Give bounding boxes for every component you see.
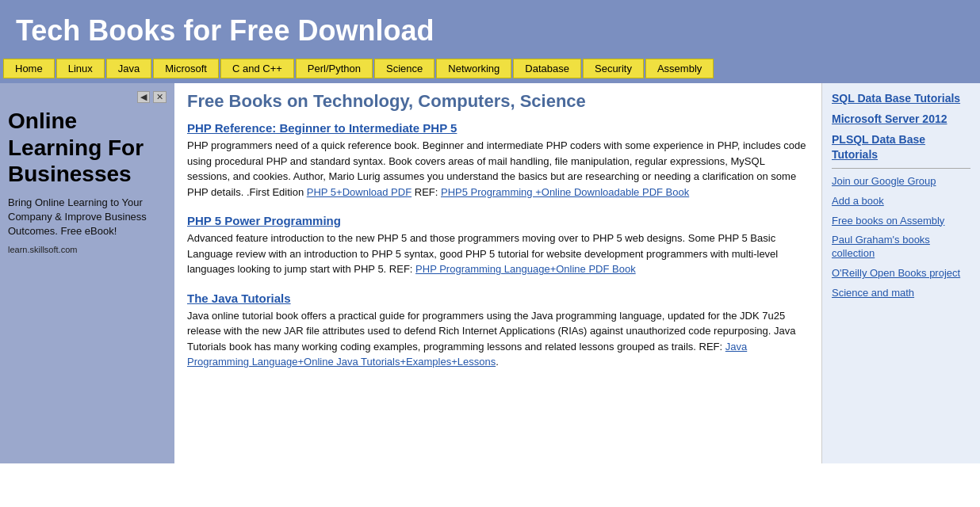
- book-title-link-1[interactable]: PHP 5 Power Programming: [187, 214, 341, 227]
- nav-item-c-and-c--[interactable]: C and C++: [220, 59, 294, 78]
- right-sidebar-bold-link-2[interactable]: PLSQL Data Base Tutorials: [832, 132, 970, 161]
- ad-controls: ◀ ✕: [8, 91, 167, 103]
- navigation: HomeLinuxJavaMicrosoftC and C++Perl/Pyth…: [0, 59, 980, 83]
- book-description-0: PHP programmers need of a quick referenc…: [187, 138, 809, 200]
- book-title-link-2[interactable]: The Java Tutorials: [187, 292, 291, 305]
- nav-item-perl-python[interactable]: Perl/Python: [296, 59, 373, 78]
- content-wrapper: ◀ ✕ Online Learning For Businesses Bring…: [0, 83, 980, 463]
- nav-item-security[interactable]: Security: [583, 59, 644, 78]
- right-sidebar-plain-link-5[interactable]: Science and math: [832, 287, 970, 300]
- nav-item-networking[interactable]: Networking: [436, 59, 511, 78]
- nav-item-java[interactable]: Java: [106, 59, 151, 78]
- nav-item-microsoft[interactable]: Microsoft: [153, 59, 219, 78]
- nav-item-database[interactable]: Database: [513, 59, 581, 78]
- sidebar-divider: [832, 168, 970, 169]
- header: Tech Books for Free Download: [0, 0, 980, 59]
- book-entry-2: The Java TutorialsJava online tutorial b…: [187, 292, 809, 370]
- book-description-2: Java online tutorial book offers a pract…: [187, 308, 809, 370]
- right-sidebar-bold-link-0[interactable]: SQL Data Base Tutorials: [832, 91, 970, 105]
- ad-main-text: Online Learning For Businesses: [8, 108, 167, 188]
- nav-item-home[interactable]: Home: [3, 59, 55, 78]
- right-sidebar-plain-link-0[interactable]: Join our Google Group: [832, 175, 970, 189]
- right-sidebar-bold-link-1[interactable]: Microsoft Server 2012: [832, 112, 970, 126]
- right-sidebar-plain-link-2[interactable]: Free books on Assembly: [832, 215, 970, 228]
- right-sidebar: SQL Data Base TutorialsMicrosoft Server …: [821, 83, 980, 463]
- books-list: PHP Reference: Beginner to Intermediate …: [187, 121, 809, 370]
- ad-prev-icon[interactable]: ◀: [137, 91, 150, 103]
- book-entry-0: PHP Reference: Beginner to Intermediate …: [187, 121, 809, 200]
- right-sidebar-plain-link-1[interactable]: Add a book: [832, 195, 970, 208]
- book-entry-1: PHP 5 Power ProgrammingAdvanced feature …: [187, 214, 809, 277]
- right-sidebar-plain-link-4[interactable]: O'Reilly Open Books project: [832, 267, 970, 280]
- book-link-1-0[interactable]: PHP Programming Language+Online PDF Book: [415, 263, 636, 275]
- site-title: Tech Books for Free Download: [16, 14, 964, 48]
- ad-close-icon[interactable]: ✕: [153, 91, 167, 103]
- nav-item-science[interactable]: Science: [374, 59, 434, 78]
- book-description-1: Advanced feature introduction to the new…: [187, 231, 809, 277]
- book-title-link-0[interactable]: PHP Reference: Beginner to Intermediate …: [187, 121, 457, 135]
- book-link-0-0[interactable]: PHP 5+Download PDF: [307, 186, 412, 198]
- right-sidebar-bold-links: SQL Data Base TutorialsMicrosoft Server …: [832, 91, 970, 162]
- right-sidebar-plain-links: Join our Google GroupAdd a bookFree book…: [832, 175, 970, 300]
- main-content: Free Books on Technology, Computers, Sci…: [174, 83, 821, 463]
- sidebar-ad: ◀ ✕ Online Learning For Businesses Bring…: [0, 83, 174, 463]
- book-link-2-0[interactable]: Java Programming Language+Online Java Tu…: [187, 341, 747, 368]
- main-heading: Free Books on Technology, Computers, Sci…: [187, 91, 809, 112]
- book-link-0-1[interactable]: PHP5 Programming +Online Downloadable PD…: [441, 186, 689, 198]
- right-sidebar-plain-link-3[interactable]: Paul Graham's books collection: [832, 234, 970, 261]
- ad-sub-text: Bring Online Learning to Your Company & …: [8, 196, 167, 239]
- ad-footer: learn.skillsoft.com: [8, 245, 167, 254]
- nav-item-assembly[interactable]: Assembly: [645, 59, 714, 78]
- nav-item-linux[interactable]: Linux: [56, 59, 105, 78]
